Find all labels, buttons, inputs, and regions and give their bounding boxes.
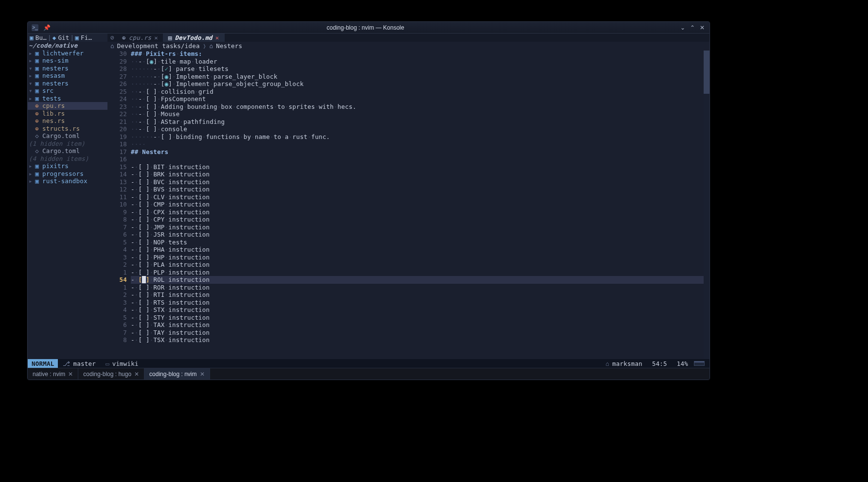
- tree-item[interactable]: ◇Cargo.toml: [28, 147, 107, 155]
- tab-tray-close-icon[interactable]: ⊘: [110, 34, 114, 41]
- konsole-tab-close-icon[interactable]: ✕: [200, 371, 205, 378]
- tab-close-icon[interactable]: ✕: [154, 34, 158, 41]
- filetype-icon: ▭: [106, 360, 109, 367]
- tree-item[interactable]: ⊕structs.rs: [28, 125, 107, 133]
- tree-item-label: src: [42, 87, 53, 95]
- tree-crumbs[interactable]: ▣ Bu… | ◆ Git | ▣ Fi…: [28, 34, 107, 42]
- konsole-tab-label: coding-blog : nvim: [149, 371, 196, 378]
- tree-item-label: lib.rs: [42, 110, 65, 118]
- tree-item[interactable]: ▸▣nesasm: [28, 72, 107, 80]
- tab-close-modified-icon[interactable]: ✕: [215, 34, 219, 41]
- tree-item-label: nesasm: [42, 72, 65, 80]
- gutter-number: 19: [107, 133, 127, 141]
- gutter-number: 8: [107, 216, 127, 224]
- caret-icon: ▾: [29, 80, 34, 87]
- tree-item[interactable]: ▸▣lichtwerfer: [28, 50, 107, 57]
- percent-value: 14%: [677, 360, 688, 367]
- konsole-window: >_ 📌 coding-blog : nvim — Konsole ⌄ ⌃ ✕ …: [27, 21, 710, 380]
- tree-item[interactable]: ▸▣nes-sim: [28, 57, 107, 65]
- editor-scrollbar[interactable]: [704, 50, 709, 359]
- nvim-root: ▣ Bu… | ◆ Git | ▣ Fi… ⊘ ⊕ cpu.rs ✕ ▤ Dev…: [28, 34, 709, 368]
- gutter-number: 2: [107, 291, 127, 299]
- tree-item-label: lichtwerfer: [42, 50, 84, 57]
- gutter-number: 29: [107, 58, 127, 66]
- file-tree[interactable]: ~/code/native ▸▣lichtwerfer▸▣nes-sim▾▣ne…: [28, 42, 107, 359]
- caret-icon: ▾: [29, 87, 34, 95]
- tree-item[interactable]: ▸▣rust-sandbox: [28, 177, 107, 185]
- tree-item[interactable]: ▾▣src: [28, 87, 107, 95]
- folder-icon: ▣: [34, 170, 40, 178]
- branch-name: master: [73, 360, 96, 367]
- winbar[interactable]: ⌂ Development tasks/idea ❭ ⌂ Nesters: [107, 42, 709, 50]
- tree-item[interactable]: ⊕cpu.rs: [28, 102, 107, 110]
- code-line: -·[ ]·BVS·instruction: [131, 186, 704, 193]
- tab-label: DevTodo.md: [175, 34, 213, 41]
- konsole-tab[interactable]: coding-blog : nvim✕: [144, 368, 210, 379]
- gutter-number: 15: [107, 163, 127, 171]
- editor-tabs: ⊘ ⊕ cpu.rs ✕ ▤ DevTodo.md ✕: [107, 34, 709, 42]
- konsole-tab-close-icon[interactable]: ✕: [134, 371, 139, 378]
- code-line: ##·Nesters: [131, 148, 704, 156]
- caret-icon: ▸: [29, 72, 34, 80]
- code-line: ······-·[ ]·binding·functions·by·name·to…: [131, 133, 704, 141]
- tree-item[interactable]: ▸▣tests: [28, 95, 107, 103]
- tab-devtodo-md[interactable]: ▤ DevTodo.md ✕: [163, 34, 225, 42]
- tree-item[interactable]: ▸▣pixitrs: [28, 162, 107, 170]
- gutter-number: 7: [107, 329, 127, 337]
- caret-icon: ▸: [29, 162, 34, 170]
- markdown-icon: ▤: [168, 34, 172, 41]
- code-line: -·[ ]·STX·instruction: [131, 306, 704, 314]
- folder-icon: ▣: [75, 34, 79, 41]
- tree-item-label: Cargo.toml: [42, 132, 80, 140]
- scrollbar-thumb[interactable]: [704, 51, 709, 94]
- tree-item-label: progressors: [42, 170, 84, 178]
- editor: ⌂ Development tasks/idea ❭ ⌂ Nesters 302…: [107, 42, 709, 359]
- code-area[interactable]: 3029282726252423222120191817161514131211…: [107, 50, 709, 359]
- tree-item[interactable]: ▸▣progressors: [28, 170, 107, 178]
- code-line: -·[ ]·RTI·instruction: [131, 291, 704, 299]
- gutter-number: 30: [107, 50, 127, 58]
- tree-item[interactable]: (1 hidden item): [28, 140, 107, 148]
- konsole-tab-close-icon[interactable]: ✕: [68, 371, 73, 378]
- tree-item[interactable]: ▾▣nesters: [28, 65, 107, 72]
- code-line: -·[ ]·PHA·instruction: [131, 246, 704, 254]
- code-line: ····: [131, 140, 704, 148]
- tree-root-path: ~/code/native: [29, 42, 77, 50]
- gutter-number: 3: [107, 299, 127, 307]
- tree-item[interactable]: ▾▣nesters: [28, 80, 107, 87]
- gutter-number: 14: [107, 171, 127, 178]
- pin-icon[interactable]: 📌: [43, 24, 51, 31]
- tree-item[interactable]: ⊕lib.rs: [28, 110, 107, 118]
- code-line: -·[ ]·PLA·instruction: [131, 261, 704, 269]
- konsole-tab[interactable]: native : nvim✕: [28, 368, 78, 379]
- gutter-number: 11: [107, 193, 127, 201]
- tree-item[interactable]: (4 hidden items): [28, 155, 107, 163]
- statusline-percent: 14%: [672, 360, 709, 367]
- tree-item[interactable]: ⊕nes.rs: [28, 117, 107, 125]
- minimize-icon[interactable]: ⌄: [680, 24, 685, 31]
- konsole-tab-label: native : nvim: [33, 371, 65, 378]
- code-line: -·[ ]·RTS·instruction: [131, 299, 704, 307]
- gutter-number: 16: [107, 155, 127, 163]
- code-line: -·[ ]·CMP·instruction: [131, 201, 704, 208]
- gutter-number: 18: [107, 140, 127, 148]
- folder-icon: ▣: [34, 95, 40, 103]
- gutter-number: 6: [107, 321, 127, 329]
- gutter-number: 28: [107, 65, 127, 73]
- code-line: ··-·[ ]·Adding·bounding·box·components·t…: [131, 103, 704, 111]
- code-content[interactable]: ###·Pixit-rs·items:··-·[◉]·tile·map·load…: [131, 50, 704, 359]
- statusline-pos: 54:5: [647, 360, 672, 367]
- statusline-lsp: ⌂ marksman: [601, 360, 647, 367]
- folder-icon: ▣: [30, 34, 34, 41]
- tree-item[interactable]: ◇Cargo.toml: [28, 132, 107, 140]
- konsole-tab[interactable]: coding-blog : hugo✕: [78, 368, 144, 379]
- statusline: NORMAL ⎇ master ▭ vimwiki ⌂ marksman 54:…: [28, 359, 709, 368]
- folder-icon: ▣: [34, 65, 40, 72]
- tab-cpu-rs[interactable]: ⊕ cpu.rs ✕: [117, 34, 163, 42]
- gutter-number: 10: [107, 201, 127, 208]
- code-line: -·[ ]·NOP·tests: [131, 239, 704, 246]
- gutter-number: 20: [107, 125, 127, 133]
- code-line: ··-·[ ]·FpsComponent: [131, 95, 704, 103]
- maximize-icon[interactable]: ⌃: [690, 24, 695, 31]
- close-icon[interactable]: ✕: [700, 24, 705, 31]
